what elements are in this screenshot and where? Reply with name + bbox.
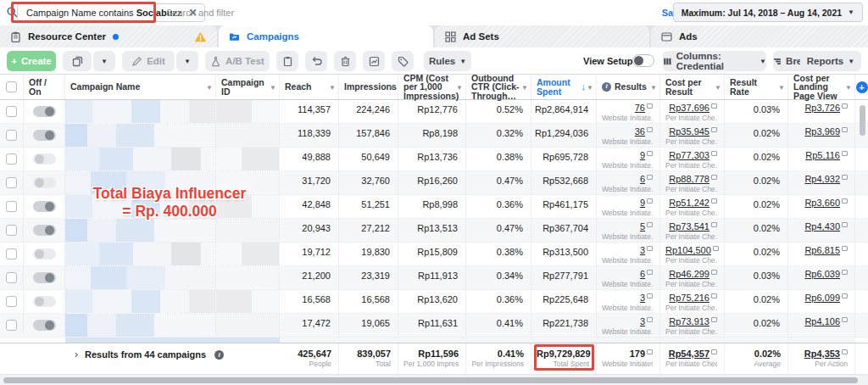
results-value[interactable]: 36 — [635, 126, 645, 137]
results-value[interactable]: 3 — [640, 245, 645, 255]
cost-per-result-value[interactable]: Rp37,696 — [669, 103, 709, 113]
column-header-cost-per-result[interactable]: Cost per Result▼ — [660, 75, 725, 99]
cost-per-lpv-value[interactable]: Rp4,932 — [804, 174, 840, 184]
tab-campaigns[interactable]: Campaigns — [219, 25, 433, 47]
copy-button[interactable] — [276, 51, 298, 71]
table-row[interactable]: 21,200 23,319 Rp11,913 0.34% Rp277,791 6… — [0, 266, 868, 290]
table-row[interactable]: 42,848 51,251 Rp8,998 0.36% Rp461,175 9 … — [0, 195, 868, 219]
row-checkbox[interactable] — [6, 320, 17, 331]
column-header-results[interactable]: iResults▼ — [597, 75, 660, 99]
table-row[interactable]: 49,888 50,649 Rp13,736 0.38% Rp695,728 9… — [0, 148, 868, 171]
cost-per-lpv-value[interactable]: Rp4,430 — [804, 221, 840, 232]
cost-per-result-sublabel: Per Initiate Che… — [665, 280, 717, 288]
table-row[interactable]: 16,568 16,568 Rp13,620 0.36% Rp225,648 3… — [0, 290, 868, 314]
results-value[interactable]: 3 — [640, 316, 645, 326]
cost-per-lpv-value[interactable]: Rp6,099 — [804, 293, 840, 303]
charts-button[interactable] — [363, 51, 385, 71]
cost-per-result-value[interactable]: Rp75,216 — [669, 293, 709, 303]
row-checkbox[interactable] — [6, 296, 17, 307]
edit-button[interactable]: Edit — [122, 51, 175, 71]
table-row[interactable]: 17,472 19,065 Rp11,631 0.41% Rp221,738 3… — [0, 314, 868, 338]
campaign-toggle[interactable] — [33, 225, 56, 236]
campaign-toggle[interactable] — [33, 177, 56, 188]
summary-result-rate: 0.02%Average — [725, 343, 788, 374]
row-checkbox[interactable] — [6, 153, 17, 165]
campaign-toggle[interactable] — [33, 130, 56, 141]
duplicate-dropdown-button[interactable]: ▼ — [93, 51, 115, 71]
column-header-outbound-ctr[interactable]: Outbound CTR (Click-Through…▼ — [466, 75, 531, 99]
tab-ads[interactable]: Ads — [651, 25, 868, 47]
column-header-cpm[interactable]: CPM (Cost per 1,000 Impressions)▼ — [398, 75, 466, 99]
row-checkbox[interactable] — [6, 106, 17, 117]
campaign-toggle[interactable] — [33, 153, 56, 165]
duplicate-button[interactable] — [63, 51, 92, 71]
cost-per-lpv-value[interactable]: Rp4,106 — [804, 316, 840, 326]
row-checkbox[interactable] — [6, 201, 17, 212]
rules-button[interactable]: Rules ▼ — [424, 51, 471, 71]
cost-per-result-value[interactable]: Rp73,541 — [669, 221, 709, 232]
expand-chevron-icon[interactable]: › — [75, 349, 78, 360]
column-header-result-rate[interactable]: Result Rate▼ — [725, 75, 788, 99]
tag-button[interactable] — [392, 51, 414, 71]
cost-per-lpv-value[interactable]: Rp3,660 — [804, 198, 840, 208]
results-value[interactable]: 6 — [640, 174, 645, 184]
cost-per-lpv-value[interactable]: Rp6,039 — [804, 269, 840, 279]
columns-button[interactable]: Columns: Credential ▼ — [663, 51, 766, 71]
row-checkbox[interactable] — [6, 177, 17, 188]
reports-button[interactable]: Reports ▼ — [800, 51, 861, 71]
column-header-amount-spent[interactable]: Amount Spent↓▼ — [531, 75, 597, 99]
column-header-campaign-id[interactable]: Campaign ID▼ — [216, 75, 280, 99]
edit-dropdown-button[interactable]: ▼ — [176, 51, 198, 71]
select-all-checkbox[interactable] — [6, 81, 17, 92]
cost-per-result-value[interactable]: Rp88,778 — [669, 174, 709, 184]
horizontal-scrollbar[interactable] — [3, 377, 858, 383]
cost-per-result-value[interactable]: Rp35,945 — [669, 126, 709, 137]
table-row[interactable]: 114,357 224,246 Rp12,776 0.52% Rp2,864,9… — [0, 100, 868, 124]
tab-resource-center[interactable]: Resource Center — [0, 25, 217, 47]
campaign-toggle[interactable] — [33, 248, 56, 259]
ab-test-button[interactable]: A/B Test — [205, 51, 270, 71]
cost-per-lpv-value[interactable]: Rp3,726 — [804, 103, 840, 113]
cost-per-result-value[interactable]: Rp73,913 — [669, 316, 709, 326]
table-row[interactable]: 20,943 27,212 Rp13,513 0.47% Rp367,704 5… — [0, 219, 868, 243]
view-setup-toggle[interactable] — [632, 54, 654, 67]
cost-per-lpv-value[interactable]: Rp3,969 — [804, 126, 840, 137]
campaign-toggle[interactable] — [33, 106, 56, 117]
column-header-campaign-name[interactable]: Campaign Name▼ — [65, 75, 216, 99]
cost-per-result-value[interactable]: Rp46,299 — [669, 269, 709, 279]
results-value[interactable]: 76 — [635, 103, 645, 113]
campaign-toggle[interactable] — [33, 272, 56, 283]
row-checkbox[interactable] — [6, 248, 17, 259]
campaign-toggle[interactable] — [33, 296, 56, 307]
row-checkbox[interactable] — [6, 272, 17, 283]
results-value[interactable]: 3 — [640, 293, 645, 303]
column-header-impressions[interactable]: Impressions▼ — [339, 75, 398, 99]
results-value[interactable]: 9 — [640, 150, 645, 160]
campaign-toggle[interactable] — [33, 201, 56, 212]
delete-button[interactable] — [334, 51, 356, 71]
cost-per-result-value[interactable]: Rp77,303 — [669, 150, 709, 160]
vertical-scrollbar[interactable] — [860, 105, 865, 136]
cost-per-lpv-value[interactable]: Rp6,815 — [804, 245, 840, 255]
campaign-toggle[interactable] — [33, 320, 56, 331]
table-row[interactable]: 31,720 32,760 Rp16,260 0.47% Rp532,668 6… — [0, 171, 868, 195]
tab-ad-sets[interactable]: Ad Sets — [435, 25, 649, 47]
table-row[interactable]: 19,712 19,830 Rp15,809 0.38% Rp313,500 3… — [0, 243, 868, 266]
cost-per-result-value[interactable]: Rp104,500 — [665, 245, 711, 255]
cost-per-lpv-value[interactable]: Rp5,116 — [805, 150, 840, 160]
add-column-button[interactable]: + — [856, 81, 868, 93]
create-button[interactable]: + Create — [7, 51, 56, 71]
results-value[interactable]: 6 — [640, 269, 645, 279]
results-value[interactable]: 9 — [640, 198, 645, 208]
search-input[interactable]: Search and filter — [166, 8, 234, 18]
column-header-cost-per-landing-page-view[interactable]: Cost per Landing Page View▼ — [788, 75, 855, 99]
table-row[interactable]: 118,339 157,846 Rp8,198 0.32% Rp1,294,03… — [0, 124, 868, 148]
column-header-reach[interactable]: Reach▼ — [280, 75, 339, 99]
results-value[interactable]: 5 — [640, 221, 645, 232]
sort-caret-icon: ▼ — [778, 84, 785, 93]
revert-button[interactable] — [305, 51, 327, 71]
row-checkbox[interactable] — [6, 130, 17, 141]
date-range-picker[interactable]: Maximum: Jul 14, 2018 – Aug 14, 2021 ▼ — [673, 3, 863, 22]
cost-per-result-value[interactable]: Rp51,242 — [669, 198, 709, 208]
row-checkbox[interactable] — [6, 225, 17, 236]
